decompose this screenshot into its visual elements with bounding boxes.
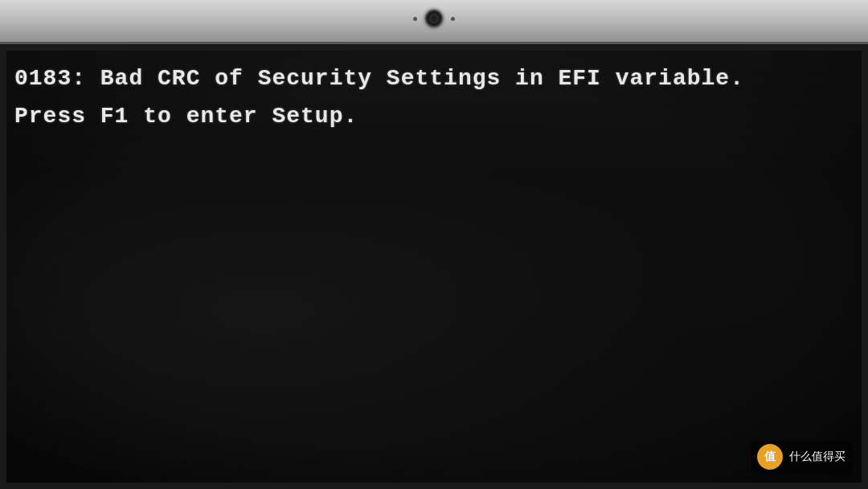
webcam-area <box>413 10 455 27</box>
bios-instruction-line: Press F1 to enter Setup. <box>14 101 744 132</box>
webcam-indicator-right <box>451 17 455 21</box>
watermark-logo: 值 <box>757 444 783 470</box>
webcam-indicator-left <box>413 17 417 21</box>
webcam-lens <box>425 10 443 27</box>
watermark: 值 什么值得买 <box>751 441 852 473</box>
bios-screen: 0183: Bad CRC of Security Settings in EF… <box>6 51 862 483</box>
laptop-frame: 0183: Bad CRC of Security Settings in EF… <box>0 0 868 489</box>
watermark-site-name: 什么值得买 <box>789 450 845 464</box>
screen-bezel: 0183: Bad CRC of Security Settings in EF… <box>0 44 868 489</box>
bios-content: 0183: Bad CRC of Security Settings in EF… <box>14 63 744 132</box>
bios-error-line: 0183: Bad CRC of Security Settings in EF… <box>14 63 744 94</box>
top-bezel <box>0 0 868 44</box>
watermark-logo-text: 值 <box>764 450 776 464</box>
